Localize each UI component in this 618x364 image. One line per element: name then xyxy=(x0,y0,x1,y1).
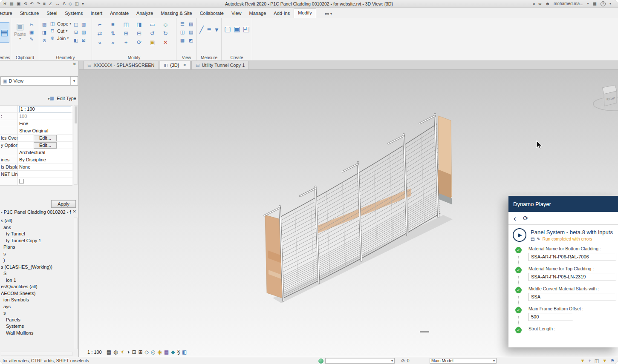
input-field[interactable]: SSA xyxy=(528,293,616,301)
rotate-icon[interactable]: ↻ xyxy=(162,30,169,37)
ribbon-tab[interactable]: Massing & Site xyxy=(157,9,196,18)
measure-icon[interactable]: ∠ xyxy=(49,0,52,7)
constraints-icon[interactable]: § xyxy=(177,349,180,355)
ribbon-tab[interactable]: tecture xyxy=(0,9,16,18)
edit-script-icon[interactable]: ✎ xyxy=(537,237,540,241)
app-store-icon[interactable]: ▦ xyxy=(593,0,597,7)
property-row[interactable]: Fine xyxy=(0,120,72,127)
rotate-ccw-icon[interactable]: ↺ xyxy=(149,30,156,37)
input-field[interactable]: SSA-AR-FN-P05-LN-2319 xyxy=(528,273,616,281)
worksharing-icon[interactable] xyxy=(318,358,323,364)
help-menu-arrow-icon[interactable]: ▾ xyxy=(609,2,611,6)
lock-view-icon[interactable]: ◇ xyxy=(145,349,149,355)
ribbon-tab[interactable]: Analyze xyxy=(133,9,157,18)
properties-button[interactable]: ▤ xyxy=(0,22,9,43)
spin-icon[interactable]: ⟳ xyxy=(136,39,143,46)
customize-qat-icon[interactable]: ▾ xyxy=(82,0,84,7)
mirror-draw-icon[interactable]: ◨ xyxy=(136,21,143,28)
browser-tree-item[interactable]: ) xyxy=(0,257,72,264)
dimension-icon[interactable]: ↔ xyxy=(55,0,60,7)
browser-scrollbar[interactable] xyxy=(74,218,78,349)
browser-tree-item[interactable]: ty Tunnel xyxy=(0,231,72,238)
browser-tree-item[interactable]: es/Quantities (all) xyxy=(0,284,72,290)
cut-icon[interactable]: ✂ xyxy=(28,22,35,28)
create-parts-icon[interactable]: ▢ xyxy=(224,25,231,34)
geometry-tool[interactable]: ◫ Cope ▾ xyxy=(49,21,71,26)
array-icon[interactable]: ⊞ xyxy=(123,30,130,37)
align-end-icon[interactable]: « xyxy=(96,39,103,46)
close-browser-icon[interactable]: ✕ xyxy=(73,209,76,214)
detail-level-icon[interactable]: ▤ xyxy=(107,349,111,355)
property-row[interactable]: y Options Edit... xyxy=(0,142,72,149)
editable-only-icon[interactable]: ▼ xyxy=(580,358,585,364)
property-row[interactable] xyxy=(0,178,72,185)
property-row[interactable]: Architectural xyxy=(0,149,72,156)
print-icon[interactable]: ≡ xyxy=(43,0,46,7)
browser-tree-item[interactable]: s (CLASHES_(Working)) xyxy=(0,264,72,271)
property-row[interactable]: : 100 xyxy=(0,113,72,120)
split-icon[interactable]: ◇ xyxy=(162,21,169,28)
shadows-icon[interactable]: ◑ xyxy=(127,349,130,355)
thin-lines-icon[interactable]: ☰ xyxy=(179,21,186,27)
browser-tree-item[interactable]: s xyxy=(0,310,72,317)
refresh-icon[interactable]: ⟳ xyxy=(523,215,528,222)
mirror-axis-icon[interactable]: ◫ xyxy=(123,21,130,28)
collapse-icon[interactable]: ◂ xyxy=(532,0,534,7)
play-button[interactable]: ▶ xyxy=(513,228,526,242)
help-icon[interactable]: ? xyxy=(601,1,606,6)
ribbon-tab[interactable]: Modify xyxy=(294,8,316,18)
create-group-icon[interactable]: ◰ xyxy=(243,25,250,34)
paste-button[interactable]: ▣ Paste ▾ xyxy=(13,20,27,42)
ribbon-tab[interactable]: Systems xyxy=(61,9,87,18)
sync-icon[interactable]: ⟲ xyxy=(23,0,27,7)
text-icon[interactable]: A xyxy=(63,0,66,7)
match-type-icon[interactable]: ✎ xyxy=(28,37,35,42)
sun-path-icon[interactable]: ☀ xyxy=(120,349,124,355)
close-tab-icon[interactable]: ✕ xyxy=(183,63,186,67)
group-icon[interactable]: ⊟ xyxy=(136,30,143,37)
exclude-icon[interactable]: ⊘ xyxy=(401,358,405,363)
section-icon[interactable]: ◫ xyxy=(75,0,79,7)
open-icon[interactable]: ▤ xyxy=(9,0,13,7)
edit-inputs-icon[interactable]: ▤ xyxy=(531,237,534,241)
properties-scrollbar[interactable] xyxy=(74,105,78,185)
ribbon-tab[interactable]: Steel xyxy=(43,9,61,18)
view-tab-utility-tunnel[interactable]: ▤ Utility Tunnel Copy 1 xyxy=(191,61,249,69)
slab-icon[interactable]: ▨ xyxy=(80,29,87,35)
edit-type-button[interactable]: ▦ Edit Type xyxy=(48,95,76,101)
temporary-view-icon[interactable]: ▦ xyxy=(164,349,169,355)
hide-isolate-icon[interactable]: ◎ xyxy=(151,349,155,355)
worksharing-display-icon[interactable]: ◧ xyxy=(182,349,187,355)
save-icon[interactable]: ▣ xyxy=(17,0,20,7)
browser-tree-item[interactable]: s (all) xyxy=(0,218,72,224)
trim-icon[interactable]: ⇄ xyxy=(96,30,103,37)
geometry-tool[interactable]: ⊟ Cut ▾ xyxy=(49,28,71,34)
property-row[interactable]: Show Original xyxy=(0,127,72,135)
browser-tree-item[interactable]: Plans xyxy=(0,244,72,251)
input-field[interactable]: SSA-AR-FN-P06-RAL-7006 xyxy=(528,253,616,261)
user-menu-arrow-icon[interactable]: ▾ xyxy=(587,2,589,6)
wall-joins-icon[interactable]: ◫ xyxy=(72,22,79,28)
browser-tree-item[interactable]: AECOM Sheets) xyxy=(0,290,72,297)
geometry-tool[interactable]: ⊕ Join ▾ xyxy=(49,35,71,41)
browser-tree-item[interactable]: ans xyxy=(0,224,72,231)
remove-coping-icon[interactable]: ⊠ xyxy=(80,37,87,43)
browser-tree-item[interactable]: Panels xyxy=(0,317,72,324)
show-crop-icon[interactable]: ⊞ xyxy=(139,349,143,355)
align-icon[interactable]: ⌐ xyxy=(96,21,103,28)
back-icon[interactable]: ‹ xyxy=(514,214,516,223)
browser-tree-item[interactable]: ays xyxy=(0,304,72,310)
ribbon-tab[interactable]: Add-Ins xyxy=(270,9,294,18)
measure-line-icon[interactable]: ╱ xyxy=(199,26,205,34)
displace-icon[interactable]: ◆ xyxy=(171,349,175,355)
paint-icon[interactable]: ▧ xyxy=(41,22,48,27)
split-face-icon[interactable]: ◨ xyxy=(41,30,48,35)
linework-icon[interactable]: ▦ xyxy=(179,37,186,43)
ribbon-tab[interactable]: Insert xyxy=(87,9,107,18)
property-row[interactable]: ics Over... Edit... xyxy=(0,135,72,142)
design-option-select[interactable]: Main Model ▾ xyxy=(430,358,497,364)
input-field[interactable]: 500 xyxy=(528,313,573,321)
ribbon-tab[interactable]: Structure xyxy=(16,9,43,18)
browser-tree-item[interactable]: ty Tunnel Copy 1 xyxy=(0,238,72,244)
browser-tree-item[interactable]: Wall Mullions xyxy=(0,330,72,337)
